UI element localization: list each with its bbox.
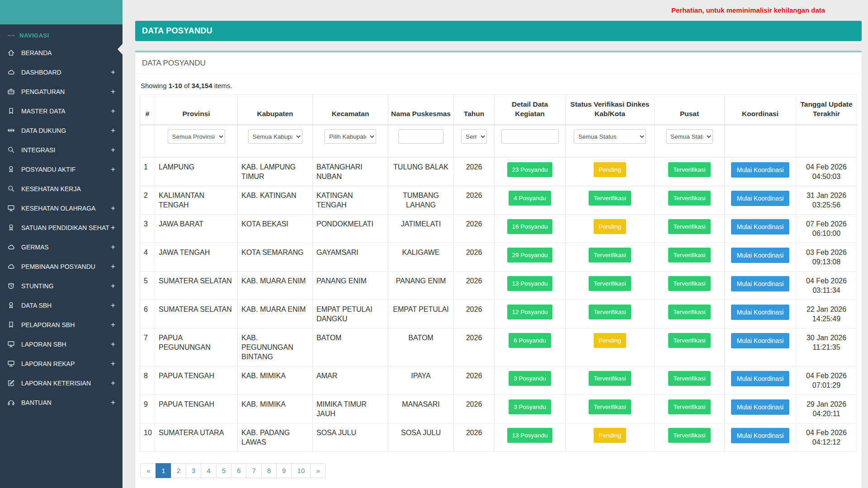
expand-plus-icon[interactable]: + [111, 398, 115, 407]
detail-kegiatan-badge[interactable]: 13 Posyandu [507, 428, 553, 443]
card-title: DATA POSYANDU [135, 52, 862, 74]
detail-kegiatan-badge[interactable]: 29 Posyandu [507, 248, 553, 263]
mulai-koordinasi-button[interactable]: Mulai Koordinasi [731, 162, 790, 178]
cell-provinsi: JAWA TENGAH [155, 243, 238, 272]
detail-kegiatan-badge[interactable]: 4 Posyandu [509, 191, 551, 206]
pagination-page-6[interactable]: 6 [231, 463, 246, 478]
items-summary: Showing 1-10 of 34,154 items. [141, 82, 857, 89]
expand-plus-icon[interactable]: + [111, 126, 115, 135]
detail-kegiatan-badge[interactable]: 12 Posyandu [507, 305, 553, 319]
sidebar-item-laporan-rekap[interactable]: LAPORAN REKAP+ [0, 354, 123, 373]
pagination-page-4[interactable]: 4 [201, 463, 216, 478]
expand-plus-icon[interactable]: + [111, 359, 115, 368]
pagination-page-3[interactable]: 3 [186, 463, 201, 478]
detail-filter-input[interactable] [501, 129, 559, 144]
detail-kegiatan-badge[interactable]: 3 Posyandu [509, 371, 551, 386]
sidebar-item-posyandu-aktif[interactable]: POSYANDU AKTIF+ [0, 160, 123, 179]
mulai-koordinasi-button[interactable]: Mulai Koordinasi [731, 248, 790, 263]
pagination-page-2[interactable]: 2 [171, 463, 186, 478]
expand-plus-icon[interactable]: + [111, 107, 115, 116]
cloud-icon [7, 263, 16, 270]
pagination-page-8[interactable]: 8 [261, 463, 277, 478]
mulai-koordinasi-button[interactable]: Mulai Koordinasi [731, 333, 790, 348]
puskesmas-filter-input[interactable] [398, 129, 443, 144]
mulai-koordinasi-button[interactable]: Mulai Koordinasi [731, 276, 790, 291]
cell-tahun: 2026 [454, 328, 495, 366]
expand-plus-icon[interactable]: + [111, 204, 115, 213]
pusat-status-badge-cell: Terverifikasi [655, 423, 725, 452]
sidebar-item-data-sbh[interactable]: DATA SBH+ [0, 296, 123, 315]
expand-plus-icon[interactable]: + [111, 243, 115, 252]
cell-puskesmas: PANANG ENIM [388, 272, 454, 300]
sidebar-item-satuan-pendidikan-sehat[interactable]: SATUAN PENDIDIKAN SEHAT+ [0, 218, 123, 237]
pagination-page-7[interactable]: 7 [246, 463, 261, 478]
detail-kegiatan-badge[interactable]: 13 Posyandu [507, 276, 553, 291]
pagination-page-1[interactable]: 1 [156, 463, 171, 478]
update-time: 03:25:56 [800, 200, 853, 210]
sidebar-item-beranda[interactable]: BERANDA [0, 43, 123, 62]
expand-plus-icon[interactable]: + [111, 320, 115, 329]
expand-plus-icon[interactable]: + [111, 223, 115, 232]
sidebar-item-germas[interactable]: GERMAS+ [0, 237, 123, 257]
mulai-koordinasi-button[interactable]: Mulai Koordinasi [731, 191, 790, 206]
expand-plus-icon[interactable]: + [111, 301, 115, 310]
sidebar-item-master-data[interactable]: MASTER DATA+ [0, 101, 123, 121]
sidebar-item-laporan-keterisian[interactable]: LAPORAN KETERISIAN+ [0, 373, 123, 393]
mulai-koordinasi-button[interactable]: Mulai Koordinasi [731, 371, 790, 386]
pagination-page-10[interactable]: 10 [291, 463, 311, 478]
update-date: 04 Feb 2026 [800, 371, 853, 380]
detail-kegiatan-badge[interactable]: 3 Posyandu [509, 399, 551, 414]
sidebar-item-pengaturan[interactable]: PENGATURAN+ [0, 82, 123, 101]
cell-kecamatan: PANANG ENIM [313, 272, 388, 300]
sidebar-item-data-dukung[interactable]: DATA DUKUNG+ [0, 121, 123, 140]
tahun-filter-select[interactable]: Semua [461, 129, 487, 144]
status-filter-select[interactable]: Semua Status [574, 129, 646, 144]
sidebar-item-kesehatan-kerja[interactable]: KESEHATAN KERJA [0, 179, 123, 198]
sidebar-item-dashboard[interactable]: DASHBOARD+ [0, 62, 123, 82]
sidebar-item-bantuan[interactable]: BANTUAN+ [0, 393, 123, 412]
pagination-prev[interactable]: « [141, 463, 156, 478]
pagination-page-9[interactable]: 9 [276, 463, 292, 478]
pagination-page-5[interactable]: 5 [216, 463, 231, 478]
detail-kegiatan-badge[interactable]: 6 Posyandu [509, 333, 551, 348]
pusat-filter-select[interactable]: Semua Status [666, 129, 713, 144]
sidebar-item-label: DATA DUKUNG [21, 127, 66, 134]
expand-plus-icon[interactable]: + [111, 282, 115, 291]
kecamatan-filter-select[interactable]: Pilih Kabupaten Dulu [325, 129, 376, 144]
pusat-status-badge: Terverifikasi [668, 276, 710, 291]
sidebar-item-integrasi[interactable]: INTEGRASI+ [0, 140, 123, 160]
expand-plus-icon[interactable]: + [111, 340, 115, 349]
cell-kabupaten: KAB. PEGUNUNGAN BINTANG [238, 328, 313, 366]
sidebar-item-pelaporan-sbh[interactable]: PELAPORAN SBH+ [0, 315, 123, 334]
expand-plus-icon[interactable]: + [111, 68, 115, 77]
expand-plus-icon[interactable]: + [111, 87, 115, 96]
expand-plus-icon[interactable]: + [111, 165, 115, 174]
update-time: 14:25:49 [800, 314, 853, 324]
home-icon [7, 49, 16, 56]
pusat-status-badge-cell: Terverifikasi [655, 158, 725, 186]
expand-plus-icon[interactable]: + [111, 262, 115, 271]
mulai-koordinasi-button[interactable]: Mulai Koordinasi [731, 428, 790, 443]
provinsi-filter-select[interactable]: Semua Provinsi [168, 129, 225, 144]
sidebar-item-laporan-sbh[interactable]: LAPORAN SBH+ [0, 334, 123, 354]
sidebar-item-pembinaan-posyandu[interactable]: PEMBINAAN POSYANDU+ [0, 257, 123, 276]
table-row: 8PAPUA TENGAHKAB. MIMIKAAMARIPAYA20263 P… [140, 366, 857, 395]
detail-kegiatan-badge-cell: 13 Posyandu [495, 272, 566, 300]
sidebar-item-label: BANTUAN [21, 399, 52, 406]
sidebar-item-label: POSYANDU AKTIF [21, 166, 75, 173]
summary-prefix: Showing [141, 82, 167, 89]
expand-plus-icon[interactable]: + [111, 379, 115, 388]
detail-kegiatan-badge[interactable]: 16 Posyandu [507, 219, 553, 234]
status-verifikasi-badge: Terverifikasi [589, 191, 631, 206]
sidebar-item-stunting[interactable]: STUNTING+ [0, 276, 123, 296]
sidebar-item-kesehatan-olahraga[interactable]: KESEHATAN OLAHRAGA+ [0, 198, 123, 218]
kabupaten-filter-select[interactable]: Semua Kabupaten [248, 129, 302, 144]
pagination-next[interactable]: » [310, 463, 326, 478]
expand-plus-icon[interactable]: + [111, 145, 115, 155]
dashes-icon [7, 32, 15, 39]
mulai-koordinasi-button[interactable]: Mulai Koordinasi [731, 305, 790, 320]
mulai-koordinasi-button[interactable]: Mulai Koordinasi [731, 219, 790, 235]
detail-kegiatan-badge-cell: 13 Posyandu [495, 423, 566, 452]
mulai-koordinasi-button[interactable]: Mulai Koordinasi [731, 399, 790, 415]
detail-kegiatan-badge[interactable]: 23 Posyandu [507, 162, 553, 177]
